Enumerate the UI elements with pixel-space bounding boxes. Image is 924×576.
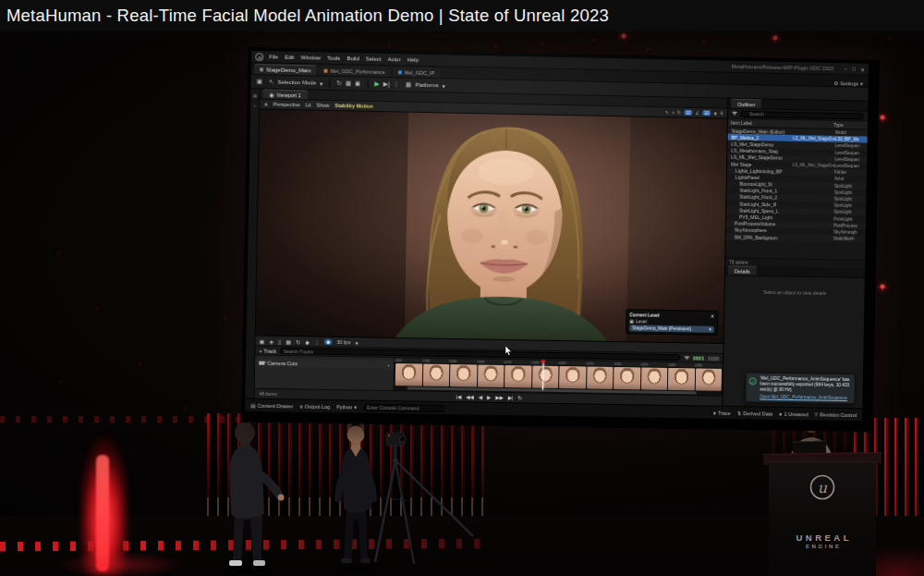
unsaved-button[interactable]: 1 Unsaved [779, 411, 808, 416]
grid-tool-icon[interactable] [346, 80, 351, 87]
derived-data-button[interactable]: Derived Data [737, 411, 773, 417]
timeline-thumbnail[interactable] [477, 365, 504, 387]
timeline-thumbnail[interactable] [614, 367, 640, 389]
transport-button[interactable]: ↻ [517, 395, 522, 400]
transport-button[interactable]: |◀ [456, 394, 461, 399]
current-frame-value[interactable]: 0001 [693, 355, 704, 361]
tab-outliner[interactable]: Outliner [731, 99, 761, 109]
console-type-dropdown[interactable]: Python [336, 404, 357, 410]
play-options-kebab-icon[interactable] [393, 80, 399, 88]
fps-dropdown[interactable]: 30 fps [336, 339, 350, 345]
column-type[interactable]: Type [833, 122, 865, 129]
transport-button[interactable]: ▶▶ [495, 395, 504, 400]
rotation-snap-value[interactable]: 10 [702, 110, 711, 116]
menu-help[interactable]: Help [407, 56, 419, 62]
current-level-dropdown[interactable]: StageDemo_Main (Persistent) [629, 325, 714, 333]
outliner-sequencer-cell [792, 178, 834, 179]
timeline-thumbnail[interactable] [532, 365, 559, 387]
toast-open-link[interactable]: Open Mel_GDC_Performance_AnimSequence [760, 394, 850, 400]
transport-button[interactable]: ◀◀ [466, 394, 474, 399]
outliner-item-label: LightsPanel [730, 174, 793, 180]
close-icon[interactable] [711, 313, 714, 319]
outliner-search-input[interactable] [740, 110, 864, 119]
timeline-thumbnail[interactable] [587, 366, 614, 388]
menu-tools[interactable]: Tools [327, 55, 340, 61]
console-command-input[interactable] [363, 403, 445, 411]
chevron-down-icon [443, 82, 445, 89]
trace-button[interactable]: Trace [713, 410, 731, 415]
tab-mel_gdc_performance[interactable]: Mel_GDC_Performance [318, 66, 390, 78]
play-button[interactable] [374, 80, 380, 88]
end-frame-value[interactable]: 0150 [708, 355, 719, 361]
add-track-button[interactable]: + Track [259, 348, 275, 353]
autokey-button[interactable] [324, 339, 332, 345]
save-icon[interactable] [260, 337, 265, 344]
outliner-row[interactable]: SM_DPA_BackgrounStaticMesh [726, 233, 866, 242]
revision-control-button[interactable]: Revision Control [814, 411, 857, 418]
close-icon[interactable] [860, 66, 865, 72]
timeline-thumbnail[interactable] [395, 363, 422, 386]
timeline-thumbnail[interactable] [640, 367, 667, 389]
tab-mel_gdc_ip[interactable]: Mel_GDC_IP [393, 67, 441, 78]
add-camera-icon[interactable] [387, 362, 390, 367]
viewport-options-burger-icon[interactable] [264, 101, 267, 106]
transport-button[interactable]: ◀ [479, 395, 482, 400]
viewport-3d-render[interactable]: Current Level Level StageDemo_Main (Pers… [256, 109, 727, 343]
settings-button[interactable]: Settings [833, 80, 865, 87]
grid-icon[interactable] [286, 337, 291, 344]
timeline-thumbnail[interactable] [450, 364, 477, 386]
menu-file[interactable]: File [269, 54, 278, 59]
angle-snap-icon[interactable] [696, 110, 700, 116]
cube-tool-icon[interactable] [355, 80, 360, 87]
keyframe-diamond-icon[interactable] [305, 338, 310, 345]
skip-to-end-button[interactable] [383, 80, 390, 88]
tab-details[interactable]: Details [728, 265, 757, 276]
tab-level[interactable]: StageDemo_Main [254, 64, 317, 75]
timeline-thumbnail[interactable] [505, 365, 531, 387]
rotate-icon[interactable] [296, 338, 300, 345]
modes-icon[interactable] [252, 92, 257, 98]
platforms-dropdown[interactable]: Platforms [406, 81, 445, 90]
stability-warning[interactable]: Stability Motion [334, 103, 372, 109]
place-actors-icon[interactable] [253, 103, 256, 108]
perspective-dropdown[interactable]: Perspective [274, 102, 300, 108]
minimize-icon[interactable] [845, 66, 848, 72]
save-button[interactable] [257, 78, 262, 85]
select-icon[interactable] [665, 109, 669, 115]
tab-viewport-1[interactable]: Viewport 1 [262, 89, 307, 99]
menu-actor[interactable]: Actor [387, 56, 400, 62]
rotate-tool-icon[interactable] [336, 80, 342, 87]
content-drawer-label: Content Drawer [257, 402, 293, 409]
menu-select[interactable]: Select [366, 56, 382, 62]
timeline-thumbnail[interactable] [695, 368, 722, 390]
rotate-icon[interactable] [677, 110, 681, 116]
timeline-thumbnail[interactable] [559, 366, 586, 388]
column-item-label[interactable]: Item Label [731, 120, 833, 128]
menu-edit[interactable]: Edit [285, 55, 295, 60]
camera-cuts-track[interactable]: Camera Cuts [255, 359, 394, 370]
transport-button[interactable]: ▶| [508, 395, 514, 400]
lit-dropdown[interactable]: Lit [306, 102, 311, 107]
camera-icon[interactable] [269, 337, 274, 344]
timeline-thumbnail[interactable] [668, 368, 695, 390]
sequencer-timeline[interactable]: 0115013001450160017501900205022002350250… [395, 358, 723, 396]
maximize-icon[interactable] [852, 66, 856, 72]
outliner-type-cell: LevelSequen [834, 157, 864, 163]
menu-build[interactable]: Build [346, 55, 359, 61]
grid-snap-value[interactable]: 10 [684, 110, 693, 116]
selection-mode-dropdown[interactable]: Selection Mode [269, 78, 322, 86]
mouse-cursor [505, 346, 512, 356]
filter-funnel-icon[interactable] [732, 112, 737, 116]
output-log-button[interactable]: Output Log [299, 403, 330, 410]
kebab-icon[interactable] [314, 338, 320, 345]
camera-speed-value[interactable]: 4 [720, 110, 723, 116]
content-drawer-button[interactable]: Content Drawer [250, 402, 293, 409]
camera-speed-icon[interactable] [713, 110, 717, 116]
timeline-thumbnail[interactable] [422, 364, 449, 387]
transport-button[interactable]: ▶ [487, 395, 491, 400]
menu-window[interactable]: Window [301, 55, 322, 60]
film-icon[interactable] [278, 337, 281, 344]
filter-funnel-icon[interactable] [684, 356, 689, 360]
show-dropdown[interactable]: Show [316, 103, 329, 108]
move-icon[interactable] [672, 109, 675, 115]
